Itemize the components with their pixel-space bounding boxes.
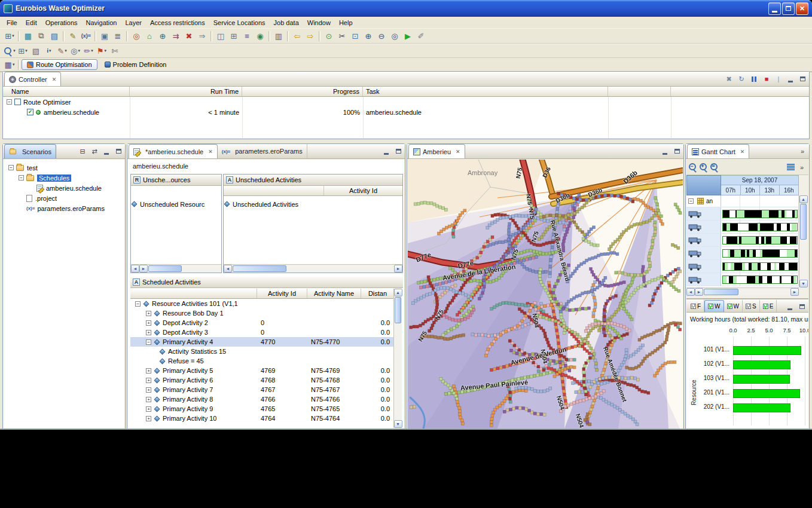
delete-route-icon[interactable]: ✖ [183, 30, 195, 42]
expander-icon[interactable]: + [146, 406, 151, 412]
layers-icon[interactable]: ▧ [30, 45, 42, 57]
minimize-view-icon[interactable] [102, 146, 111, 156]
new-wizard-icon[interactable]: ⊞▾ [4, 30, 16, 42]
zoom-out-icon[interactable]: − [688, 163, 697, 172]
controller-row-route-optimiser[interactable]: −Route Optimiser [3, 97, 809, 107]
menu-window[interactable]: Window [303, 18, 335, 27]
zoom-reset-icon[interactable]: = [710, 163, 719, 172]
vertical-scrollbar[interactable]: ▲ ▼ [393, 289, 402, 428]
gantt-bar[interactable] [722, 223, 798, 231]
menu-operations[interactable]: Operations [41, 18, 82, 27]
scroll-left-icon[interactable]: ◄ [131, 265, 139, 273]
column-activity-id[interactable]: Activity Id [257, 289, 307, 298]
locate-stop-icon[interactable]: ◎ [130, 30, 142, 42]
unscheduled-activities-row[interactable]: Unscheduled Activities [224, 199, 402, 209]
gantt-resource-row[interactable] [686, 273, 800, 286]
editor-tab-amberieu-schedule[interactable]: *amberieu.schedule✕ [129, 144, 218, 158]
edit-icon[interactable]: ✎ [67, 30, 79, 42]
scheduled-row-resource-bob-day-1[interactable]: +Resource Bob Day 1 [130, 308, 395, 318]
tree-item-test[interactable]: −test [4, 163, 124, 173]
horizontal-scrollbar[interactable]: ◄ ► [224, 264, 402, 273]
expander-icon[interactable]: − [146, 339, 151, 345]
report-icon[interactable]: ▥ [273, 30, 285, 42]
expander-icon[interactable]: + [146, 311, 151, 316]
zoom-out-icon[interactable]: ⊖ [376, 30, 387, 42]
menu-file[interactable]: File [2, 18, 22, 27]
working-hours-bar[interactable] [733, 375, 790, 384]
column-run-time[interactable]: Run Time [130, 87, 242, 96]
tab-scenarios[interactable]: Scenarios [4, 144, 56, 158]
fit-icon[interactable]: ⊡ [349, 30, 361, 42]
column-progress[interactable]: Progress [242, 87, 363, 96]
minimize-view-icon[interactable] [381, 146, 391, 156]
collapse-all-icon[interactable]: ⊟ [78, 146, 87, 156]
parameters-icon[interactable]: (x)= [80, 30, 92, 42]
expander-icon[interactable]: − [135, 301, 141, 307]
expander-icon[interactable]: + [146, 320, 151, 326]
horizontal-scrollbar[interactable]: ◄ ► [131, 264, 221, 273]
scheduled-row-resource-activities-101-v1-1[interactable]: −Resource Activities 101 (V1,1 [130, 299, 395, 308]
link-editor-icon[interactable]: ⇄ [90, 146, 99, 156]
expander-icon[interactable]: − [688, 198, 694, 204]
layout-grid-icon[interactable]: ⊞ [228, 30, 240, 42]
expander-icon[interactable]: + [146, 387, 151, 393]
relaunch-icon[interactable]: ↻ [737, 74, 746, 84]
scroll-right-icon[interactable]: ► [790, 288, 799, 296]
knife-icon[interactable]: ✄ [109, 45, 121, 57]
menu-edit[interactable]: Edit [22, 18, 41, 27]
list-icon[interactable]: ≡ [241, 30, 253, 42]
scheduled-row-depot-activity-2[interactable]: +Depot Activity 200.0 [130, 318, 395, 328]
gantt-bar[interactable] [722, 262, 798, 271]
menu-navigation[interactable]: Navigation [82, 18, 121, 27]
menu-layer[interactable]: Layer [121, 18, 146, 27]
merge-icon[interactable]: ⇒ [196, 30, 208, 42]
horizontal-scrollbar[interactable]: ◄ ► ► [686, 287, 799, 296]
back-icon[interactable]: ⇦ [291, 30, 303, 42]
gantt-bar[interactable] [722, 236, 798, 244]
gantt-resource-row[interactable] [686, 221, 800, 234]
menu-service-locations[interactable]: Service Locations [209, 18, 270, 27]
working-hours-bar[interactable] [733, 389, 800, 398]
zoom-in-icon[interactable]: + [699, 163, 708, 172]
perspective-switcher-icon[interactable]: ▦▾ [4, 59, 16, 71]
scheduled-table-header[interactable]: Activity IdActivity NameDistan [130, 289, 395, 299]
tree-item-schedules[interactable]: −Schedules [4, 173, 124, 183]
scheduled-row-depot-activity-3[interactable]: +Depot Activity 300.0 [130, 328, 395, 337]
hierarchy-icon[interactable]: ≣ [112, 30, 124, 42]
scroll-thumb[interactable] [704, 289, 738, 295]
draw-icon[interactable]: ✎▾ [56, 45, 68, 57]
sync-icon[interactable]: ⊙ [323, 30, 335, 42]
scheduled-row-primary-activity-9[interactable]: +Primary Activity 94765N75-47650.0 [130, 404, 395, 414]
expander-icon[interactable]: − [7, 99, 12, 105]
expander-icon[interactable]: + [146, 378, 151, 383]
maximize-view-icon[interactable] [797, 302, 807, 311]
working-hours-bar[interactable] [733, 360, 790, 369]
scroll-down-icon[interactable]: ▼ [394, 420, 402, 428]
scroll-left-icon[interactable]: ◄ [224, 265, 232, 273]
gantt-resource-row[interactable] [686, 247, 800, 260]
editor-tab-parameters-eroparams[interactable]: (x)=parameters.eroParams [218, 144, 307, 158]
scheduled-row-primary-activity-4[interactable]: −Primary Activity 44770N75-47700.0 [130, 337, 395, 347]
flag-icon[interactable]: ⚑▾ [96, 45, 108, 57]
depot-icon[interactable]: ⌂ [144, 30, 155, 42]
pause-icon[interactable] [749, 74, 759, 84]
close-icon[interactable]: ✕ [456, 149, 460, 155]
scroll-thumb[interactable] [148, 265, 182, 272]
checkbox-checked[interactable]: ✔ [27, 109, 33, 115]
report-tab-w-2[interactable]: W [724, 300, 743, 312]
tab-controller[interactable]: Controller ✕ [4, 72, 61, 86]
scroll-up-icon[interactable]: ▲ [394, 289, 402, 296]
maximize-view-icon[interactable] [114, 146, 123, 156]
perspective-route-optimisation[interactable]: Route Optimisation [22, 59, 97, 70]
scroll-thumb[interactable] [800, 204, 807, 240]
working-hours-bar[interactable] [733, 403, 790, 412]
column-distan[interactable]: Distan [361, 289, 395, 298]
expander-icon[interactable]: − [8, 165, 14, 170]
report-tab-f-0[interactable]: F [688, 300, 704, 312]
open-table-icon[interactable]: ▦ [22, 30, 34, 42]
report-tab-e-4[interactable]: E [760, 300, 777, 312]
scroll-right-icon[interactable]: ► [695, 288, 703, 296]
minimize-view-icon[interactable] [786, 74, 795, 84]
copy-icon[interactable]: ⧉ [35, 30, 47, 42]
remove-terminated-icon[interactable]: ✖ [724, 74, 734, 84]
